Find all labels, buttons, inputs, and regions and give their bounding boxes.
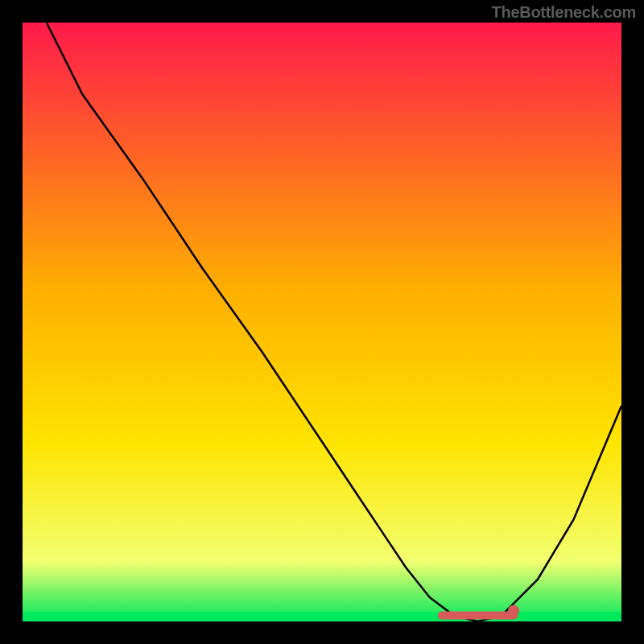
green-band <box>23 612 621 621</box>
watermark-text: TheBottleneck.com <box>492 3 636 22</box>
bottleneck-chart: TheBottleneck.com <box>0 0 644 644</box>
plot-area <box>23 23 621 621</box>
chart-svg <box>0 0 644 644</box>
optimal-point-marker <box>508 605 519 617</box>
